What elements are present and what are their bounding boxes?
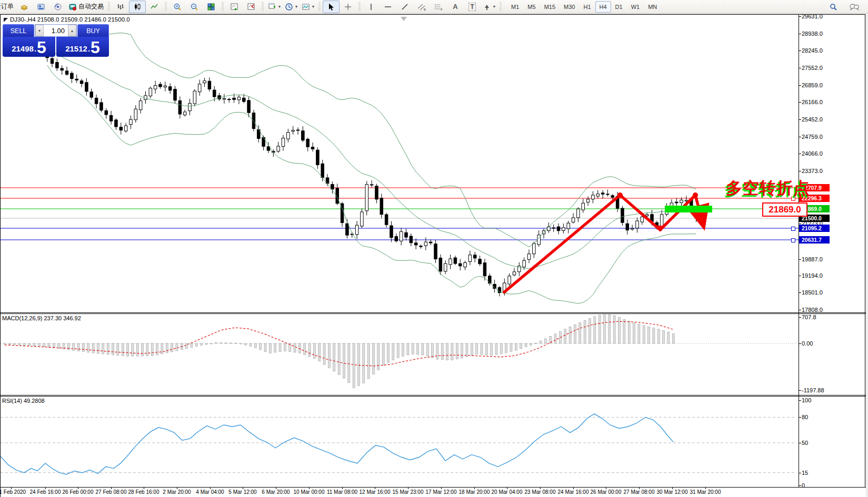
candlestick[interactable] bbox=[203, 78, 206, 87]
market-watch-icon[interactable] bbox=[16, 1, 33, 13]
candlestick[interactable] bbox=[434, 240, 437, 263]
candlestick[interactable] bbox=[247, 97, 251, 117]
candlestick[interactable] bbox=[95, 95, 98, 108]
candlestick[interactable] bbox=[277, 142, 280, 153]
candlestick[interactable] bbox=[129, 116, 133, 129]
timeframe-button-M1[interactable]: M1 bbox=[507, 1, 523, 13]
candlestick[interactable] bbox=[577, 207, 580, 222]
candlestick[interactable] bbox=[105, 108, 108, 119]
candlestick[interactable] bbox=[139, 98, 142, 114]
main-price-chart[interactable] bbox=[1, 15, 799, 313]
candlestick[interactable] bbox=[420, 245, 423, 249]
candlestick[interactable] bbox=[355, 221, 358, 239]
candlestick[interactable] bbox=[375, 184, 378, 204]
line-chart-mode-button[interactable] bbox=[146, 1, 163, 13]
candlestick[interactable] bbox=[75, 75, 78, 83]
candlestick[interactable] bbox=[183, 110, 186, 117]
candlestick[interactable] bbox=[513, 268, 516, 276]
candlestick[interactable] bbox=[552, 225, 555, 232]
candlestick[interactable] bbox=[218, 93, 221, 101]
candlestick[interactable] bbox=[119, 123, 123, 135]
fibonacci-tool-button[interactable]: F bbox=[430, 1, 447, 13]
macd-indicator-panel[interactable] bbox=[1, 313, 799, 395]
new-chart-dropdown-caret[interactable]: ▾ bbox=[278, 4, 281, 9]
candlestick[interactable] bbox=[361, 208, 364, 228]
candlestick[interactable] bbox=[56, 59, 59, 71]
candlestick[interactable] bbox=[174, 86, 177, 104]
timeframe-button-M30[interactable]: M30 bbox=[560, 1, 579, 13]
arrows-dropdown-caret[interactable]: ▾ bbox=[493, 4, 495, 9]
new-order-button[interactable]: 新订单 bbox=[0, 1, 16, 13]
zoom-out-button[interactable] bbox=[186, 1, 203, 13]
candlestick[interactable] bbox=[282, 135, 285, 150]
chart-shift-marker[interactable] bbox=[401, 17, 407, 21]
templates-dropdown-caret[interactable]: ▾ bbox=[312, 4, 314, 9]
candlestick[interactable] bbox=[115, 118, 118, 130]
candlestick[interactable] bbox=[562, 224, 565, 234]
candlestick[interactable] bbox=[601, 190, 604, 198]
candlestick[interactable] bbox=[592, 191, 595, 204]
candlestick[interactable] bbox=[90, 88, 93, 99]
green-highlight-bar[interactable] bbox=[665, 206, 712, 212]
candlestick[interactable] bbox=[567, 221, 570, 234]
candlestick[interactable] bbox=[410, 234, 413, 247]
chart-window[interactable]: 29631.028938.028245.027552.026859.026166… bbox=[0, 14, 865, 497]
candlestick[interactable] bbox=[164, 82, 167, 91]
timeframe-button-W1[interactable]: W1 bbox=[627, 1, 644, 13]
new-chart-button[interactable]: ▾ bbox=[266, 1, 283, 13]
volume-field[interactable]: ▼ 1.00 ▲ bbox=[35, 24, 77, 37]
candlestick[interactable] bbox=[178, 96, 182, 118]
candlestick[interactable] bbox=[527, 249, 531, 263]
cursor-tool-button[interactable] bbox=[323, 1, 340, 13]
turning-point-annotation[interactable]: 多空转折点 bbox=[726, 177, 810, 199]
timeframe-button-M15[interactable]: M15 bbox=[540, 1, 560, 13]
candlestick[interactable] bbox=[159, 82, 162, 89]
panel-separator[interactable] bbox=[1, 396, 866, 397]
candlestick[interactable] bbox=[483, 259, 486, 280]
level-line-marker[interactable] bbox=[791, 227, 795, 231]
horizontal-line-tool-button[interactable] bbox=[380, 1, 396, 13]
vertical-line-tool-button[interactable] bbox=[363, 1, 380, 13]
chart-shift-button[interactable] bbox=[243, 1, 260, 13]
sell-price-display[interactable]: 21498.5 bbox=[3, 37, 55, 57]
data-window-icon[interactable] bbox=[33, 1, 49, 13]
candlestick[interactable] bbox=[154, 81, 157, 94]
candlestick[interactable] bbox=[385, 213, 388, 228]
timeframe-button-H4[interactable]: H4 bbox=[595, 1, 611, 13]
timeframe-button-D1[interactable]: D1 bbox=[611, 1, 627, 13]
zoom-in-button[interactable] bbox=[169, 1, 186, 13]
candlestick[interactable] bbox=[228, 98, 231, 103]
periods-dropdown-caret[interactable]: ▾ bbox=[295, 4, 297, 9]
candlestick[interactable] bbox=[474, 252, 477, 262]
candlestick[interactable] bbox=[134, 105, 137, 123]
candlestick[interactable] bbox=[606, 189, 610, 196]
timeframe-button-MN[interactable]: MN bbox=[644, 1, 661, 13]
candlestick[interactable] bbox=[188, 99, 192, 116]
candlestick[interactable] bbox=[80, 79, 83, 87]
candlestick[interactable] bbox=[631, 225, 634, 230]
candlestick[interactable] bbox=[518, 262, 521, 277]
time-axis[interactable]: 21 Feb 202024 Feb 16:0026 Feb 00:0027 Fe… bbox=[1, 488, 866, 497]
candlestick[interactable] bbox=[65, 67, 68, 76]
candlestick[interactable] bbox=[464, 261, 467, 270]
candlestick[interactable] bbox=[370, 180, 373, 188]
candlestick[interactable] bbox=[454, 256, 457, 265]
level-price-box[interactable]: 21869.0 bbox=[762, 202, 807, 217]
candlestick[interactable] bbox=[395, 234, 398, 242]
candlestick[interactable] bbox=[429, 239, 432, 245]
bar-chart-mode-button[interactable] bbox=[112, 1, 129, 13]
volume-increase-button[interactable]: ▲ bbox=[68, 25, 76, 36]
candlestick[interactable] bbox=[144, 91, 147, 104]
candlestick[interactable] bbox=[287, 129, 290, 143]
candlestick[interactable] bbox=[572, 213, 575, 224]
candlestick[interactable] bbox=[61, 65, 64, 75]
candlestick[interactable] bbox=[109, 111, 113, 125]
crosshair-tool-button[interactable] bbox=[340, 1, 356, 13]
text-label-tool-button[interactable]: T bbox=[464, 1, 481, 13]
candlestick[interactable] bbox=[168, 83, 172, 94]
candlestick[interactable] bbox=[71, 72, 74, 83]
candlestick[interactable] bbox=[208, 77, 211, 92]
candlestick[interactable] bbox=[272, 149, 275, 157]
candlestick[interactable] bbox=[380, 194, 383, 218]
candlestick[interactable] bbox=[306, 138, 310, 151]
